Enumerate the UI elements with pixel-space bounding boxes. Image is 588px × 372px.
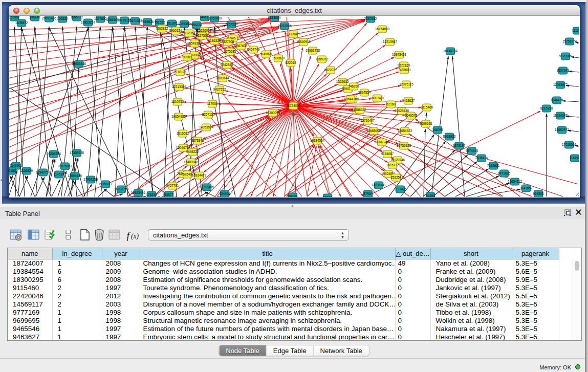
svg-text:16543382: 16543382 [187, 41, 202, 45]
svg-text:1405572: 1405572 [15, 21, 28, 25]
svg-text:746266: 746266 [348, 84, 359, 88]
svg-text:12213967: 12213967 [383, 40, 398, 43]
svg-text:13716485: 13716485 [200, 185, 214, 189]
svg-text:1143501: 1143501 [10, 164, 23, 167]
svg-text:10688609: 10688609 [366, 129, 381, 133]
svg-text:16782759: 16782759 [114, 187, 129, 191]
svg-text:16210643: 16210643 [553, 114, 568, 117]
svg-text:12213359: 12213359 [172, 85, 187, 89]
svg-text:8471676: 8471676 [498, 171, 511, 175]
svg-text:2367608: 2367608 [235, 44, 248, 48]
svg-text:12505135: 12505135 [68, 174, 82, 178]
svg-text:62160: 62160 [386, 102, 396, 106]
svg-text:2718176: 2718176 [174, 70, 187, 74]
svg-text:10807487: 10807487 [370, 96, 385, 100]
svg-text:12975115: 12975115 [399, 82, 413, 86]
svg-text:97450: 97450 [426, 194, 435, 197]
svg-text:9498222: 9498222 [186, 150, 199, 154]
svg-text:3824554: 3824554 [358, 91, 371, 94]
svg-text:1965327: 1965327 [71, 16, 83, 19]
svg-text:8960124: 8960124 [169, 29, 182, 32]
svg-text:10671355: 10671355 [128, 19, 143, 23]
svg-text:12342757: 12342757 [36, 170, 51, 174]
svg-text:10654112: 10654112 [508, 180, 522, 183]
svg-text:144095: 144095 [432, 128, 443, 132]
svg-text:114519: 114519 [54, 172, 64, 176]
svg-text:14136141: 14136141 [372, 183, 386, 187]
svg-text:117006: 117006 [207, 102, 218, 105]
svg-text:f: f [127, 230, 131, 241]
svg-text:8822037: 8822037 [324, 68, 337, 72]
svg-text:111254: 111254 [572, 29, 579, 32]
svg-text:9457791: 9457791 [166, 184, 179, 187]
svg-text:9427552: 9427552 [213, 87, 226, 91]
svg-text:87954: 87954 [363, 192, 373, 195]
svg-text:1527602: 1527602 [94, 17, 107, 20]
svg-text:105532: 105532 [57, 17, 68, 20]
svg-text:9243652: 9243652 [520, 186, 533, 190]
svg-text:7485003: 7485003 [398, 68, 411, 72]
svg-text:17957255: 17957255 [83, 178, 98, 181]
svg-text:19654985: 19654985 [171, 115, 186, 118]
svg-text:1156829: 1156829 [20, 169, 33, 172]
svg-text:15409948: 15409948 [184, 160, 199, 164]
svg-text:94577: 94577 [164, 193, 173, 196]
svg-text:10853257: 10853257 [81, 20, 96, 24]
svg-text:9327509: 9327509 [196, 34, 209, 37]
svg-text:9115460: 9115460 [421, 105, 433, 109]
svg-text:9364436: 9364436 [344, 97, 357, 101]
svg-text:98961: 98961 [183, 55, 192, 59]
svg-text:20206556: 20206556 [47, 152, 61, 156]
svg-text:8186328: 8186328 [208, 39, 221, 42]
svg-text:7515526: 7515526 [141, 20, 154, 24]
svg-text:10973403: 10973403 [392, 53, 407, 56]
svg-text:1610755: 1610755 [171, 100, 184, 103]
svg-text:9463627: 9463627 [402, 99, 415, 102]
svg-text:15751074: 15751074 [562, 39, 577, 43]
svg-text:924505: 924505 [533, 192, 544, 195]
svg-text:12923446: 12923446 [131, 191, 146, 194]
svg-text:16120746: 16120746 [390, 158, 405, 162]
svg-text:9699695: 9699695 [420, 122, 432, 125]
svg-text:18300295: 18300295 [266, 111, 280, 115]
svg-text:13325419: 13325419 [286, 32, 301, 36]
svg-text:15720407: 15720407 [360, 119, 375, 122]
svg-text:1065380: 1065380 [178, 22, 191, 26]
svg-text:97312: 97312 [323, 195, 332, 197]
svg-text:881305: 881305 [166, 21, 178, 25]
svg-text:93975857: 93975857 [58, 164, 73, 168]
svg-text:9474444: 9474444 [466, 149, 478, 152]
svg-text:18640910: 18640910 [296, 40, 311, 43]
svg-text:8873842: 8873842 [191, 139, 204, 142]
svg-text:1244415: 1244415 [551, 98, 563, 102]
svg-text:116753: 116753 [570, 156, 579, 160]
svg-text:2587682: 2587682 [364, 17, 377, 20]
svg-text:7386322: 7386322 [354, 108, 366, 112]
svg-text:160557: 160557 [9, 16, 20, 19]
svg-text:8938923: 8938923 [443, 135, 456, 138]
svg-text:25226058: 25226058 [197, 29, 212, 32]
svg-text:16914479: 16914479 [192, 173, 207, 177]
svg-text:19384554: 19384554 [310, 139, 325, 142]
svg-text:1733426: 1733426 [394, 187, 407, 191]
svg-text:8267130: 8267130 [202, 113, 215, 116]
svg-text:9184067: 9184067 [381, 152, 394, 156]
svg-text:1615132: 1615132 [386, 163, 399, 167]
svg-text:10961758: 10961758 [306, 49, 320, 52]
svg-text:15692971: 15692971 [555, 128, 570, 132]
svg-text:12093872: 12093872 [553, 83, 568, 86]
svg-text:17016504: 17016504 [562, 143, 577, 146]
svg-text:19654923: 19654923 [398, 129, 412, 133]
svg-text:751552: 751552 [154, 20, 165, 24]
svg-text:7663822: 7663822 [156, 27, 168, 30]
svg-text:9129966: 9129966 [559, 54, 572, 58]
svg-text:8454749: 8454749 [247, 48, 260, 51]
svg-text:16053809: 16053809 [207, 16, 222, 20]
svg-text:8215958: 8215958 [540, 106, 553, 110]
svg-text:9327508: 9327508 [222, 40, 234, 43]
svg-text:252254: 252254 [390, 176, 402, 179]
svg-text:6379197: 6379197 [453, 144, 466, 147]
svg-text:39151: 39151 [9, 169, 16, 172]
svg-text:16148794: 16148794 [443, 49, 458, 53]
svg-text:2803144: 2803144 [216, 76, 229, 80]
